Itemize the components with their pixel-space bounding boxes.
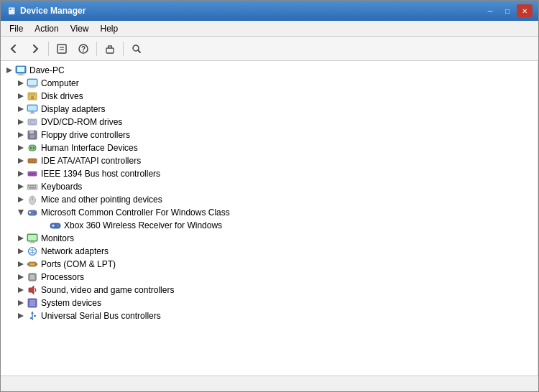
tree-item-ide[interactable]: IDE ATA/ATAPI controllers: [1, 154, 538, 167]
label-ide: IDE ATA/ATAPI controllers: [41, 156, 141, 166]
menu-action[interactable]: Action: [29, 22, 64, 35]
keyboard-icon: [27, 181, 38, 192]
label-computer: Computer: [41, 78, 79, 88]
help-icon: ?: [78, 43, 89, 55]
svg-rect-13: [17, 67, 24, 72]
menu-help[interactable]: Help: [95, 22, 124, 35]
svg-marker-16: [18, 80, 24, 86]
label-keyboards: Keyboards: [41, 182, 82, 192]
svg-rect-112: [29, 304, 35, 306]
expand-ieee1394[interactable]: [15, 168, 27, 179]
tree-root[interactable]: Dave-PC: [1, 64, 538, 77]
device-tree[interactable]: Dave-PC ComputerDisk drivesDisplay adapt…: [1, 61, 538, 375]
tree-item-keyboards[interactable]: Keyboards: [1, 180, 538, 193]
tree-item-computer[interactable]: Computer: [1, 77, 538, 90]
tree-item-sound[interactable]: Sound, video and game controllers: [1, 284, 538, 297]
tree-item-hid[interactable]: Human Interface Devices: [1, 141, 538, 154]
label-dvd-cdrom: DVD/CD-ROM drives: [41, 117, 122, 127]
processor-icon: [27, 271, 38, 283]
expand-processors[interactable]: [15, 271, 27, 283]
svg-rect-5: [106, 48, 114, 53]
dvd-icon: [27, 116, 38, 128]
uninstall-button[interactable]: [100, 39, 120, 58]
toolbar: ?: [1, 37, 538, 61]
expand-network[interactable]: [15, 246, 27, 257]
uninstall-icon: [104, 43, 116, 55]
computer-icon: [27, 78, 38, 89]
svg-marker-64: [18, 210, 24, 215]
label-ieee1394: IEEE 1394 Bus host controllers: [41, 169, 160, 179]
menu-bar: File Action View Help: [1, 21, 538, 37]
monitor-icon: [27, 233, 38, 244]
expand-mscommon[interactable]: [15, 207, 27, 218]
svg-rect-116: [34, 315, 36, 317]
tree-item-disk-drives[interactable]: Disk drives: [1, 90, 538, 103]
tree-item-network[interactable]: Network adapters: [1, 245, 538, 258]
back-button[interactable]: [4, 39, 24, 58]
svg-point-74: [57, 225, 58, 226]
svg-rect-18: [28, 80, 37, 85]
expand-disk-drives[interactable]: [15, 90, 27, 102]
expand-root[interactable]: [4, 65, 15, 76]
tree-item-dvd-cdrom[interactable]: DVD/CD-ROM drives: [1, 116, 538, 129]
gamepad2-icon: [50, 220, 61, 231]
expand-display-adapters[interactable]: [15, 103, 27, 115]
expand-mice[interactable]: [15, 194, 27, 205]
svg-rect-110: [29, 300, 35, 302]
expand-floppy[interactable]: [15, 129, 27, 141]
tree-item-system[interactable]: System devices: [1, 297, 538, 309]
forward-button[interactable]: [25, 39, 45, 58]
label-processors: Processors: [41, 272, 84, 282]
svg-marker-76: [18, 235, 24, 241]
expand-hid[interactable]: [15, 142, 27, 154]
expand-monitors[interactable]: [15, 233, 27, 244]
tree-item-mscommon[interactable]: Microsoft Common Controller For Windows …: [1, 206, 538, 219]
computer-icon: [15, 65, 27, 76]
expand-ports[interactable]: [15, 258, 27, 270]
label-usb: Universal Serial Bus controllers: [41, 311, 161, 321]
tree-item-xbox360[interactable]: Xbox 360 Wireless Receiver for Windows: [1, 219, 538, 232]
tree-item-mice[interactable]: Mice and other pointing devices: [1, 193, 538, 206]
svg-rect-87: [36, 263, 37, 266]
tree-item-display-adapters[interactable]: Display adapters: [1, 103, 538, 116]
minimize-button[interactable]: ─: [482, 4, 498, 17]
tree-item-ports[interactable]: Ports (COM & LPT): [1, 258, 538, 271]
restore-button[interactable]: □: [499, 4, 515, 17]
tree-item-floppy[interactable]: Floppy drive controllers: [1, 129, 538, 141]
properties-icon: [56, 43, 68, 55]
tree-item-processors[interactable]: Processors: [1, 271, 538, 284]
expand-sound[interactable]: [15, 284, 27, 296]
help-button[interactable]: ?: [73, 39, 93, 58]
label-disk-drives: Disk drives: [41, 91, 83, 101]
label-floppy: Floppy drive controllers: [41, 130, 130, 140]
expand-keyboards[interactable]: [15, 181, 27, 192]
svg-marker-91: [18, 274, 24, 280]
svg-point-75: [58, 225, 60, 227]
expand-dvd-cdrom[interactable]: [15, 116, 27, 128]
expand-system[interactable]: [15, 297, 27, 309]
tree-item-usb[interactable]: Universal Serial Bus controllers: [1, 309, 538, 322]
svg-rect-20: [29, 88, 36, 88]
close-button[interactable]: ✕: [517, 4, 533, 17]
tree-item-monitors[interactable]: Monitors: [1, 232, 538, 245]
menu-file[interactable]: File: [4, 22, 29, 35]
expand-xbox360[interactable]: [38, 220, 50, 231]
ide-icon: [27, 155, 38, 167]
status-bar: [1, 375, 538, 391]
expand-usb[interactable]: [15, 310, 27, 322]
tree-item-ieee1394[interactable]: IEEE 1394 Bus host controllers: [1, 167, 538, 180]
expand-computer[interactable]: [15, 78, 27, 89]
svg-point-89: [32, 263, 33, 265]
scan-button[interactable]: [126, 39, 147, 58]
label-mscommon: Microsoft Common Controller For Windows …: [41, 207, 230, 218]
menu-view[interactable]: View: [65, 22, 95, 35]
expand-ide[interactable]: [15, 155, 27, 167]
properties-button[interactable]: [52, 39, 72, 58]
svg-rect-28: [28, 106, 37, 111]
title-bar-controls: ─ □ ✕: [482, 4, 533, 17]
svg-marker-39: [18, 145, 24, 151]
mouse-icon: [27, 194, 38, 205]
root-label: Dave-PC: [29, 65, 65, 75]
svg-point-69: [34, 212, 35, 213]
svg-rect-23: [29, 93, 35, 95]
